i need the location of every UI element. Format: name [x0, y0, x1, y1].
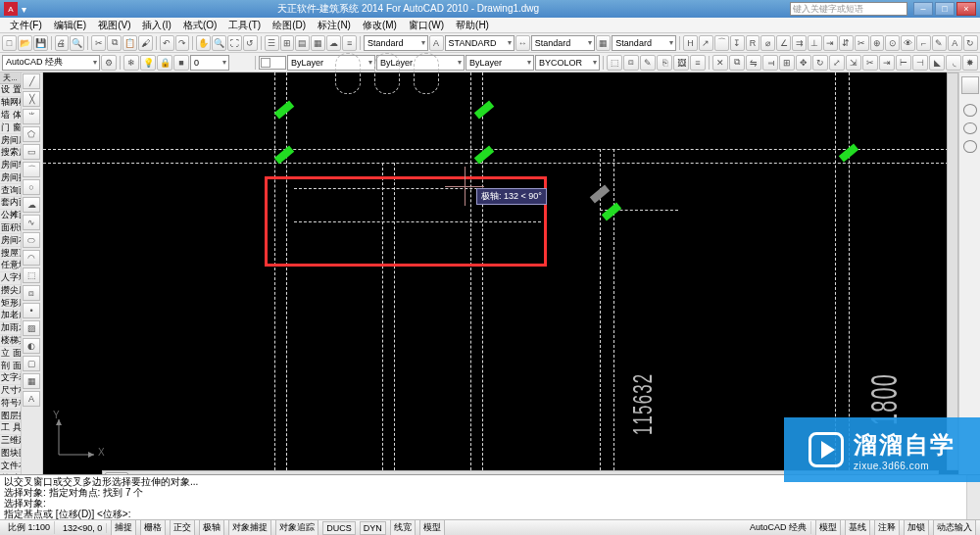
palette-item[interactable]: 文字表格 — [0, 372, 21, 385]
design-center-icon[interactable]: ⊞ — [280, 35, 295, 51]
layer-select[interactable]: ByLayer — [287, 55, 375, 71]
toggle-model[interactable]: 模型 — [419, 519, 445, 535]
palette-item[interactable]: 搜索房间 — [0, 147, 21, 160]
toggle-lwt[interactable]: 线宽 — [390, 519, 416, 535]
toggle-grid[interactable]: 栅格 — [140, 519, 166, 535]
palette-item[interactable]: 房间布置 — [0, 234, 21, 247]
palette-item[interactable]: 人字坡顶 — [0, 272, 21, 285]
palette-item[interactable]: 设 置 — [0, 84, 21, 97]
menu-format[interactable]: 格式(O) — [177, 18, 222, 32]
trim-icon[interactable]: ✂ — [862, 55, 878, 71]
array-icon[interactable]: ⊞ — [779, 55, 795, 71]
layer-color-icon[interactable]: ■ — [173, 55, 189, 71]
menu-help[interactable]: 帮助(H) — [450, 18, 495, 32]
palette-item[interactable]: 套内面积 — [0, 197, 21, 210]
menu-window[interactable]: 窗口(W) — [403, 18, 450, 32]
join-icon[interactable]: ⊣ — [912, 55, 928, 71]
break-icon[interactable]: ⊢ — [896, 55, 911, 71]
status-scale[interactable]: 比例 1:100 — [4, 521, 55, 534]
preview-icon[interactable]: 🔍 — [70, 35, 84, 51]
nav-zoom-icon[interactable] — [963, 122, 977, 135]
status-btn[interactable]: 模型 — [815, 519, 841, 535]
image-icon[interactable]: 🖼 — [673, 55, 689, 71]
undo-icon[interactable]: ↶ — [160, 35, 174, 51]
viewcube-icon[interactable] — [961, 76, 979, 94]
dimtedit-icon[interactable]: A — [948, 35, 962, 51]
menu-draw[interactable]: 绘图(D) — [267, 18, 312, 32]
redo-icon[interactable]: ↷ — [175, 35, 190, 51]
scale-icon[interactable]: ⤢ — [829, 55, 845, 71]
layer-freeze-icon[interactable]: ❄ — [123, 55, 139, 71]
hatch-icon[interactable]: ▨ — [23, 320, 40, 336]
table-btn-icon[interactable]: ▦ — [596, 35, 611, 51]
tolerance-icon[interactable]: ⊕ — [870, 35, 885, 51]
palette-item[interactable]: 尺寸标注 — [0, 385, 21, 398]
status-btn[interactable]: 注释 — [874, 519, 900, 535]
palette-item[interactable]: 轴网柱子 — [0, 97, 21, 110]
rotate-icon[interactable]: ↻ — [812, 55, 828, 71]
rect-icon[interactable]: ▭ — [23, 144, 40, 160]
palette-item[interactable]: 楼梯其他 — [0, 335, 21, 348]
move-icon[interactable]: ✥ — [796, 55, 811, 71]
palette-item[interactable]: 查询面积 — [0, 184, 21, 197]
menu-file[interactable]: 文件(F) — [4, 18, 48, 32]
workspace-gear-icon[interactable]: ⚙ — [101, 55, 117, 71]
palette-item[interactable]: 文件布图 — [0, 460, 21, 472]
block-edit-icon[interactable]: ✎ — [640, 55, 656, 71]
dimstyle-dropdown[interactable]: STANDARD — [445, 35, 514, 51]
palette-item[interactable]: 门 窗 — [0, 122, 21, 134]
block-insert-icon[interactable]: ⬚ — [607, 55, 622, 71]
ellipse-arc-icon[interactable]: ◠ — [23, 250, 40, 266]
palette-item[interactable]: 房间排序 — [0, 171, 21, 184]
minimize-button[interactable]: – — [913, 2, 933, 16]
mlstyle-dropdown[interactable]: Standard — [612, 35, 676, 51]
workspace-dropdown[interactable]: AutoCAD 经典 — [2, 55, 100, 71]
toggle-polar[interactable]: 极轴 — [199, 519, 224, 535]
toggle-ortho[interactable]: 正交 — [170, 519, 195, 535]
pan-icon[interactable]: ✋ — [196, 35, 211, 51]
cut-icon[interactable]: ✂ — [91, 35, 106, 51]
xref-icon[interactable]: ⎘ — [657, 55, 672, 71]
nav-pan-icon[interactable] — [963, 104, 977, 117]
circle-icon[interactable]: ○ — [23, 179, 40, 195]
gradient-icon[interactable]: ◐ — [23, 338, 40, 354]
palette-item[interactable]: 矩形屋顶 — [0, 297, 21, 310]
help-search-input[interactable]: 键入关键字或短语 — [790, 2, 907, 16]
layer-name-dropdown[interactable]: 0 — [190, 55, 229, 71]
mirror-icon[interactable]: ⇋ — [746, 55, 761, 71]
zoom-icon[interactable]: 🔍 — [212, 35, 226, 51]
save-icon[interactable]: 💾 — [33, 35, 48, 51]
new-icon[interactable]: □ — [2, 35, 17, 51]
layer-off-icon[interactable]: 💡 — [140, 55, 156, 71]
palette-item[interactable]: 立 面 — [0, 347, 21, 360]
tablestyle-dropdown[interactable]: Standard — [531, 35, 596, 51]
status-workspace[interactable]: AutoCAD 经典 — [746, 521, 811, 534]
palette-item[interactable]: 三维建模 — [0, 435, 21, 448]
explode-icon[interactable]: ✸ — [962, 55, 978, 71]
dim-continue-icon[interactable]: ⇥ — [823, 35, 838, 51]
fillet-icon[interactable]: ◟ — [946, 55, 961, 71]
polygon-icon[interactable]: ⬠ — [23, 126, 40, 142]
menu-insert[interactable]: 插入(I) — [136, 18, 176, 32]
palette-item[interactable]: 墙 体 — [0, 110, 21, 122]
ellipse-icon[interactable]: ⬭ — [23, 232, 40, 248]
palette-item[interactable]: 面积计算 — [0, 222, 21, 235]
dim-arc-icon[interactable]: ⌒ — [714, 35, 729, 51]
dim-ord-icon[interactable]: ↧ — [730, 35, 745, 51]
center-icon[interactable]: ⊙ — [885, 35, 900, 51]
revcloud-icon[interactable]: ☁ — [23, 197, 40, 213]
paste-icon[interactable]: 📋 — [122, 35, 137, 51]
sheet-set-icon[interactable]: ▦ — [311, 35, 325, 51]
dimedit-icon[interactable]: ✎ — [932, 35, 947, 51]
toggle-ducs[interactable]: DUCS — [322, 521, 356, 535]
properties-icon[interactable]: ☰ — [265, 35, 279, 51]
palette-item[interactable]: 加雨水管 — [0, 322, 21, 335]
tool-palette-icon[interactable]: ▤ — [295, 35, 310, 51]
palette-item[interactable]: 攒尖屋顶 — [0, 285, 21, 298]
palette-item[interactable]: 房间屋顶 — [0, 134, 21, 147]
zoom-prev-icon[interactable]: ↺ — [243, 35, 258, 51]
pline-icon[interactable]: ⺌ — [23, 109, 40, 124]
canvas-scroll-v[interactable] — [947, 73, 958, 470]
match-icon[interactable]: 🖌 — [138, 35, 153, 51]
dimupdate-icon[interactable]: ↻ — [963, 35, 978, 51]
